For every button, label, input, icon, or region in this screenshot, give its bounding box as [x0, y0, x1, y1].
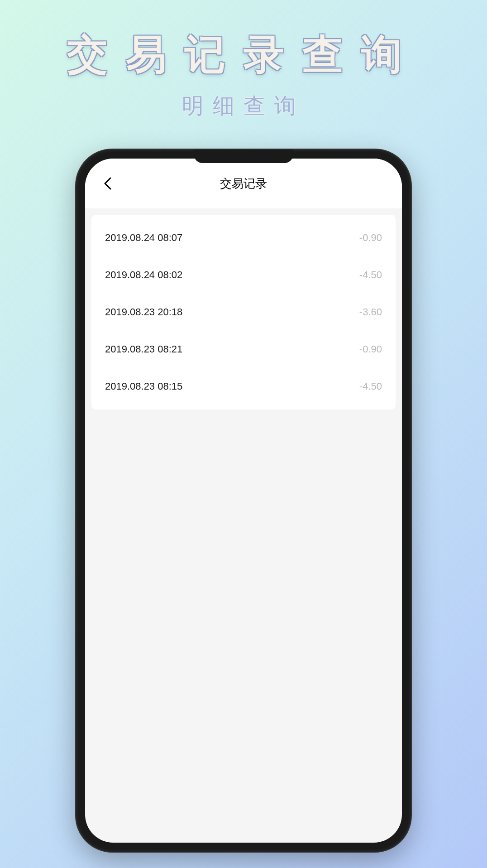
transaction-amount: -0.90 — [359, 232, 382, 244]
transaction-date: 2019.08.23 20:18 — [105, 306, 182, 318]
transaction-row[interactable]: 2019.08.24 08:07 -0.90 — [91, 219, 396, 256]
transaction-date: 2019.08.23 08:21 — [105, 343, 182, 355]
transaction-row[interactable]: 2019.08.24 08:02 -4.50 — [91, 256, 396, 294]
app-header: 交易记录 — [85, 159, 402, 208]
transaction-row[interactable]: 2019.08.23 08:15 -4.50 — [91, 368, 396, 405]
transaction-amount: -3.60 — [359, 306, 382, 318]
promo-subtitle: 明细查询 — [0, 92, 487, 121]
promo-title: 交易记录查询 — [0, 0, 487, 82]
phone-mockup-frame: 交易记录 2019.08.24 08:07 -0.90 2019.08.24 0… — [76, 149, 411, 852]
transaction-amount: -4.50 — [359, 269, 382, 281]
chevron-left-icon — [104, 177, 112, 190]
back-button[interactable] — [99, 174, 117, 193]
page-title: 交易记录 — [220, 176, 267, 192]
transaction-amount: -4.50 — [359, 381, 382, 392]
transaction-date: 2019.08.24 08:07 — [105, 232, 182, 244]
transaction-date: 2019.08.24 08:02 — [105, 269, 182, 281]
transaction-amount: -0.90 — [359, 343, 382, 355]
phone-screen: 交易记录 2019.08.24 08:07 -0.90 2019.08.24 0… — [85, 159, 402, 843]
transaction-date: 2019.08.23 08:15 — [105, 381, 182, 392]
transaction-row[interactable]: 2019.08.23 20:18 -3.60 — [91, 294, 396, 331]
transaction-list: 2019.08.24 08:07 -0.90 2019.08.24 08:02 … — [91, 215, 396, 410]
transaction-row[interactable]: 2019.08.23 08:21 -0.90 — [91, 331, 396, 368]
